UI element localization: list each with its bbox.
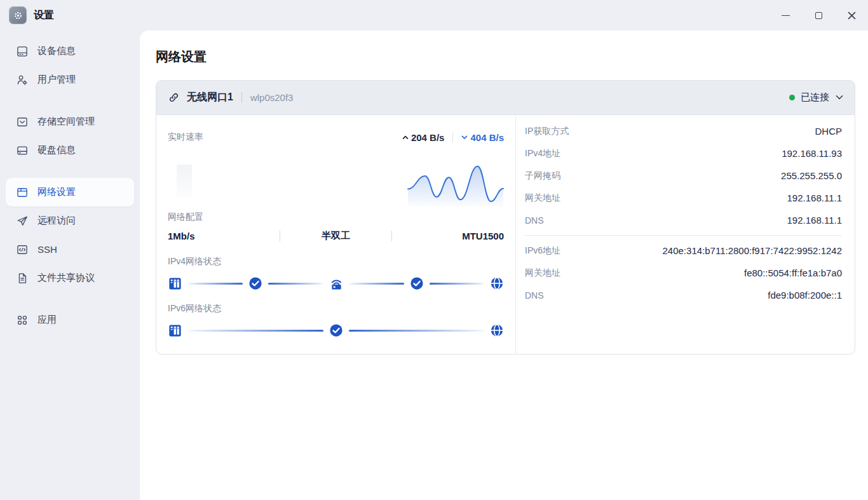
- network-settings-icon: [16, 186, 29, 199]
- network-config-values: 1Mb/s 半双工 MTU1500: [168, 230, 504, 242]
- traffic-pane: 实时速率 204 B/s 404 B/s: [156, 115, 516, 354]
- link-icon: [168, 91, 180, 104]
- ssh-icon: [16, 243, 29, 256]
- mtu-value: MTU1500: [392, 231, 504, 241]
- maximize-icon: [815, 12, 822, 19]
- user-management-icon: [16, 74, 29, 86]
- detail-value: DHCP: [815, 126, 842, 137]
- file-sharing-icon: [16, 272, 29, 285]
- settings-gear-icon: [9, 6, 27, 24]
- status-label: 已连接: [801, 91, 829, 104]
- remote-access-icon: [16, 215, 29, 227]
- detail-label: 网关地址: [525, 267, 560, 279]
- disk-icon: [16, 144, 29, 157]
- section-divider: [525, 235, 842, 236]
- detail-value: 192.168.11.1: [787, 193, 842, 203]
- connection-status-dropdown[interactable]: 已连接: [789, 91, 843, 104]
- chevron-down-icon: [836, 95, 843, 100]
- sidebar-item-user-management[interactable]: 用户管理: [6, 65, 134, 94]
- sidebar-item-network-settings[interactable]: 网络设置: [6, 178, 134, 206]
- apps-icon: [16, 314, 29, 327]
- path-segment: [430, 283, 484, 285]
- router-icon: [329, 276, 344, 291]
- detail-value: fe80::5054:ff:fe1a:b7a0: [744, 267, 842, 278]
- ipv4-status-path: [168, 275, 504, 292]
- traffic-sparkline: [407, 161, 504, 206]
- interface-name: 无线网口1: [187, 91, 233, 104]
- check-circle-icon: [410, 276, 424, 290]
- sidebar-item-label: 远程访问: [37, 215, 76, 227]
- detail-label: IPv4地址: [525, 148, 560, 159]
- detail-label: IPv6地址: [525, 245, 560, 257]
- sidebar-item-ssh[interactable]: SSH: [6, 235, 134, 264]
- detail-label: DNS: [525, 290, 544, 301]
- detail-row: DNSfde9:b08f:200e::1: [525, 284, 842, 306]
- detail-value: 192.168.11.93: [782, 148, 842, 159]
- check-circle-icon: [329, 323, 343, 337]
- detail-label: 子网掩码: [525, 170, 560, 182]
- detail-label: DNS: [525, 215, 544, 226]
- detail-row: IPv4地址192.168.11.93: [525, 142, 842, 165]
- sidebar-item-storage-management[interactable]: 存储空间管理: [6, 107, 134, 136]
- detail-value: 240e:314:b711:2800:f917:7422:9952:1242: [663, 245, 843, 256]
- realtime-rate-label: 实时速率: [168, 132, 203, 143]
- upload-rate: 204 B/s: [402, 132, 445, 143]
- detail-value: 255.255.255.0: [781, 170, 842, 181]
- detail-row: 网关地址fe80::5054:ff:fe1a:b7a0: [525, 262, 842, 284]
- minimize-button[interactable]: [769, 0, 802, 30]
- storage-icon: [16, 116, 29, 128]
- detail-row: IP获取方式DHCP: [525, 120, 842, 142]
- detail-value: 192.168.11.1: [787, 215, 842, 226]
- ipv6-status-label: IPv6网络状态: [168, 303, 504, 314]
- detail-row: IPv6地址240e:314:b711:2800:f917:7422:9952:…: [525, 240, 842, 262]
- sidebar-item-disk-info[interactable]: 硬盘信息: [6, 136, 134, 165]
- ipv6-status-path: [168, 322, 504, 339]
- maximize-button[interactable]: [802, 0, 835, 30]
- sidebar-item-label: SSH: [37, 244, 57, 255]
- ipv4-status-label: IPv4网络状态: [168, 256, 504, 267]
- detail-value: fde9:b08f:200e::1: [768, 290, 842, 301]
- sidebar-item-label: 硬盘信息: [37, 144, 76, 156]
- network-config-label: 网络配置: [168, 212, 504, 223]
- path-segment: [268, 283, 323, 285]
- arrow-down-icon: [461, 135, 468, 140]
- globe-icon: [490, 276, 504, 290]
- nas-device-icon: [168, 323, 182, 338]
- sidebar-item-label: 用户管理: [37, 74, 76, 86]
- path-segment: [349, 283, 404, 285]
- sidebar-item-label: 存储空间管理: [37, 116, 95, 128]
- main-panel: 网络设置 无线网口1 wlp0s20f3 已连接 实时速率: [140, 30, 868, 500]
- sidebar: 设备信息 用户管理 存储空间管理 硬盘信息 网: [0, 30, 140, 500]
- chart-ghost-block: [177, 165, 192, 198]
- page-title: 网络设置: [156, 48, 855, 65]
- status-dot: [789, 95, 795, 100]
- traffic-chart: [168, 147, 504, 209]
- detail-row: DNS192.168.11.1: [525, 209, 842, 231]
- path-segment: [188, 330, 323, 332]
- arrow-up-icon: [402, 135, 409, 140]
- window-title: 设置: [34, 9, 54, 22]
- sidebar-item-label: 文件共享协议: [37, 272, 95, 284]
- nas-device-icon: [168, 276, 182, 291]
- sidebar-item-label: 应用: [37, 314, 57, 326]
- check-circle-icon: [248, 276, 262, 290]
- duplex-mode: 半双工: [280, 230, 392, 242]
- minimize-icon: [782, 15, 790, 16]
- close-button[interactable]: [835, 0, 868, 30]
- link-speed: 1Mb/s: [168, 231, 280, 241]
- sidebar-item-apps[interactable]: 应用: [6, 306, 134, 334]
- device-info-icon: [16, 45, 29, 58]
- detail-row: 子网掩码255.255.255.0: [525, 165, 842, 187]
- interface-id: wlp0s20f3: [250, 92, 294, 103]
- detail-label: IP获取方式: [525, 126, 569, 137]
- sidebar-item-remote-access[interactable]: 远程访问: [6, 206, 134, 235]
- sidebar-item-file-sharing[interactable]: 文件共享协议: [6, 264, 134, 292]
- sidebar-item-label: 网络设置: [37, 186, 76, 198]
- download-rate-value: 404 B/s: [470, 132, 504, 143]
- rate-divider: [452, 133, 453, 142]
- network-interface-card: 无线网口1 wlp0s20f3 已连接 实时速率 204 B/s: [156, 80, 855, 355]
- globe-icon: [490, 323, 504, 337]
- download-rate: 404 B/s: [461, 132, 504, 143]
- sidebar-item-device-info[interactable]: 设备信息: [6, 37, 134, 65]
- close-icon: [848, 11, 856, 20]
